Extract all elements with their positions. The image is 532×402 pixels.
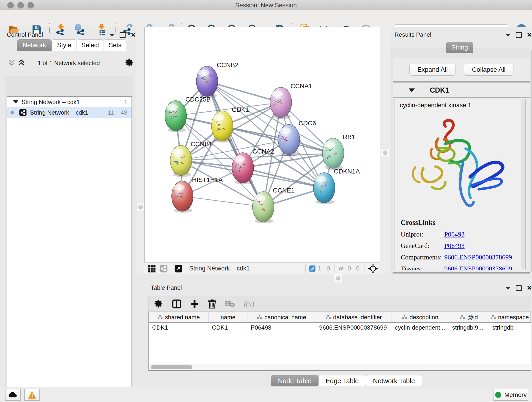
- close-panel-icon[interactable]: ✕: [131, 33, 136, 37]
- column-type-network-icon: [460, 315, 465, 319]
- tab-select[interactable]: Select: [77, 39, 104, 51]
- crosslink-link[interactable]: P06493: [444, 230, 465, 238]
- memory-button[interactable]: Memory: [494, 389, 528, 401]
- status-bar: [0, 387, 532, 402]
- network-edge-CCNE1-HIST1H1A[interactable]: [182, 196, 263, 207]
- table-cell[interactable]: CDK1: [149, 324, 209, 331]
- selected-checkbox-icon[interactable]: [309, 265, 316, 272]
- table-toolbar: f(x): [148, 296, 531, 312]
- navbar-separator: [171, 264, 171, 273]
- protein-squiggle: [218, 129, 219, 130]
- panel-menu-icon[interactable]: [506, 287, 511, 290]
- tab-string-results[interactable]: String: [446, 42, 473, 53]
- node-table-header: shared namenamecanonical namedatabase id…: [149, 312, 531, 323]
- table-horizontal-scrollbar[interactable]: [149, 364, 530, 370]
- tab-sets[interactable]: Sets: [104, 39, 126, 51]
- crosslink-link[interactable]: 9606.ENSP00000378699: [444, 265, 512, 270]
- table-cell[interactable]: cyclin-dependent ...: [392, 324, 449, 331]
- network-options-gear-icon[interactable]: [125, 58, 134, 67]
- panel-menu-icon[interactable]: [109, 34, 114, 37]
- column-header-label: canonical name: [264, 314, 306, 321]
- node-label-CDK1: CDK1: [232, 106, 249, 113]
- column-header-canonical-name[interactable]: canonical name: [247, 312, 316, 322]
- collapse-all-button[interactable]: Collapse All: [464, 64, 513, 76]
- network-canvas[interactable]: CCNB2CCNA1CDC25BCDK1CDC6RB1CCNB1CCNA2CDK…: [144, 27, 380, 262]
- tab-network[interactable]: Network: [17, 39, 51, 51]
- table-cell[interactable]: stringdb:9...: [449, 324, 489, 331]
- column-header-shared-name[interactable]: shared name: [149, 312, 209, 322]
- delete-column-icon[interactable]: [208, 299, 216, 308]
- column-header-description[interactable]: description: [392, 312, 449, 322]
- fit-selected-crosshair-icon[interactable]: [368, 264, 378, 274]
- close-panel-icon[interactable]: ✕: [527, 33, 532, 37]
- column-header-label: description: [409, 314, 438, 321]
- column-header-name[interactable]: name: [209, 312, 247, 322]
- entry-gene-name: CDK1: [430, 86, 449, 95]
- crosslink-link[interactable]: P06493: [444, 242, 465, 249]
- column-header-database-identifier[interactable]: database identifier: [316, 312, 392, 322]
- table-cell[interactable]: stringdb: [489, 324, 531, 331]
- float-panel-icon[interactable]: [516, 285, 522, 291]
- table-cell[interactable]: CDK1: [209, 324, 247, 331]
- network-edge-CCNB2-CCNE1[interactable]: [207, 81, 263, 207]
- crosslink-label: GeneCard:: [401, 242, 444, 249]
- column-header-@id[interactable]: @id: [449, 312, 489, 322]
- results-entry-header[interactable]: CDK1: [393, 83, 530, 98]
- table-options-gear-icon[interactable]: [154, 299, 163, 308]
- memory-status-dot: [495, 392, 501, 398]
- node-label-CDKN1A: CDKN1A: [334, 168, 360, 175]
- birdseye-toggle-icon[interactable]: [174, 264, 183, 273]
- column-header-label: database identifier: [333, 314, 382, 321]
- node-label-CCNB2: CCNB2: [217, 61, 239, 69]
- column-type-network-icon: [158, 315, 163, 319]
- crosslink-link[interactable]: 9606.ENSP00000378699: [444, 254, 512, 261]
- show-columns-icon[interactable]: [172, 299, 181, 308]
- crosslink-label: Uniprot:: [401, 230, 444, 238]
- tab-node-table[interactable]: Node Table: [271, 375, 318, 386]
- network-share-icon: [19, 109, 27, 116]
- network-selection-summary: 1 of 1 Network selected: [27, 60, 110, 67]
- crosslink-row: Compartments:9606.ENSP00000378699: [401, 254, 525, 261]
- control-panel: Control Panel ✕ Network Style Select Set…: [0, 27, 136, 387]
- crosslinks-title: CrossLinks: [401, 218, 525, 227]
- column-header-label: name: [221, 314, 235, 321]
- create-column-icon[interactable]: [190, 299, 199, 308]
- collapse-all-icon[interactable]: [8, 59, 15, 66]
- float-panel-icon[interactable]: [516, 32, 522, 38]
- panel-menu-icon[interactable]: [506, 34, 511, 37]
- results-scrollbar[interactable]: [521, 99, 525, 269]
- network-node-count: 11: [108, 109, 114, 116]
- network-row-selected[interactable]: String Network – cdk1 11 48: [7, 107, 132, 118]
- control-panel-title: Control Panel: [7, 31, 43, 38]
- column-header-namespace[interactable]: namespace: [489, 312, 531, 322]
- cloud-status-button[interactable]: [5, 389, 21, 401]
- bottom-splitter[interactable]: [136, 274, 532, 282]
- network-list-icon[interactable]: [159, 264, 168, 273]
- tab-network-table[interactable]: Network Table: [366, 375, 422, 386]
- results-entry-card: CDK1 cyclin-dependent kinase 1: [393, 83, 530, 273]
- right-splitter[interactable]: [380, 27, 391, 274]
- close-panel-icon[interactable]: ✕: [527, 286, 532, 290]
- expand-all-button[interactable]: Expand All: [409, 64, 456, 76]
- network-edge-count: 48: [121, 109, 127, 116]
- protein-structure-image: [409, 115, 507, 211]
- collection-expand-icon[interactable]: [13, 100, 18, 104]
- tab-style[interactable]: Style: [51, 39, 77, 51]
- grid-view-icon[interactable]: [147, 264, 156, 273]
- network-view-toolbar: String Network – cdk1 1 - 0 0 - 0: [144, 262, 380, 274]
- left-splitter-handle[interactable]: [136, 203, 145, 211]
- node-label-CDC25B: CDC25B: [185, 96, 210, 103]
- table-cell[interactable]: 9606.ENSP00000378699: [316, 324, 392, 331]
- scrollbar-thumb[interactable]: [151, 365, 192, 369]
- table-panel-title: Table Panel: [151, 284, 182, 291]
- entry-collapse-icon[interactable]: [409, 89, 415, 92]
- tab-edge-table[interactable]: Edge Table: [318, 375, 366, 386]
- expand-all-icon[interactable]: [18, 59, 25, 66]
- table-row[interactable]: CDK1CDK1P064939606.ENSP00000378699cyclin…: [149, 323, 531, 332]
- right-splitter-handle[interactable]: [381, 148, 389, 157]
- warning-status-button[interactable]: [24, 389, 40, 401]
- bottom-splitter-handle[interactable]: [334, 274, 342, 282]
- network-collection-row[interactable]: String Network – cdk1 1: [7, 97, 132, 107]
- table-cell[interactable]: P06493: [247, 324, 316, 331]
- float-panel-icon[interactable]: [120, 32, 126, 38]
